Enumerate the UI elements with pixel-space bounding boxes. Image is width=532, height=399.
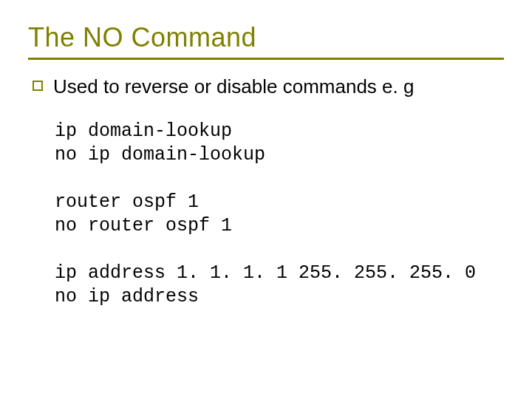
code-line: router ospf 1 — [55, 191, 199, 213]
title-underline — [28, 58, 504, 60]
code-block-1: ip domain-lookup no ip domain-lookup — [55, 120, 504, 167]
bullet-item: Used to reverse or disable commands e. g — [33, 75, 504, 99]
square-bullet-icon — [33, 81, 43, 91]
slide: The NO Command Used to reverse or disabl… — [0, 0, 532, 399]
code-line: no router ospf 1 — [55, 215, 232, 236]
code-block-3: ip address 1. 1. 1. 1 255. 255. 255. 0 n… — [55, 262, 504, 309]
code-line: ip domain-lookup — [55, 120, 232, 142]
slide-body: Used to reverse or disable commands e. g… — [28, 75, 504, 309]
code-block-2: router ospf 1 no router ospf 1 — [55, 191, 504, 238]
code-line: ip address 1. 1. 1. 1 255. 255. 255. 0 — [55, 262, 476, 284]
bullet-text: Used to reverse or disable commands e. g — [53, 75, 414, 99]
slide-title: The NO Command — [28, 22, 504, 53]
code-line: no ip address — [55, 286, 199, 307]
code-line: no ip domain-lookup — [55, 144, 265, 166]
